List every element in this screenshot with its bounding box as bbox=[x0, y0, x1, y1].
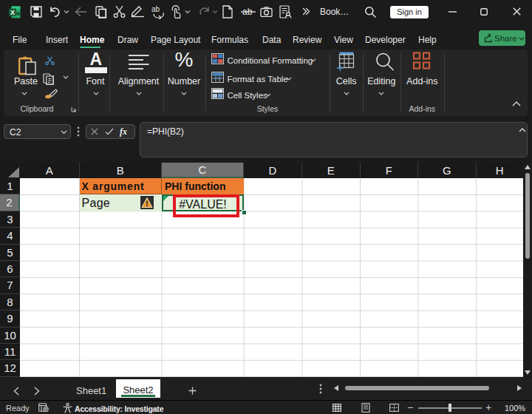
svg-text:ab: ab bbox=[151, 5, 160, 13]
svg-text:X: X bbox=[10, 9, 15, 16]
